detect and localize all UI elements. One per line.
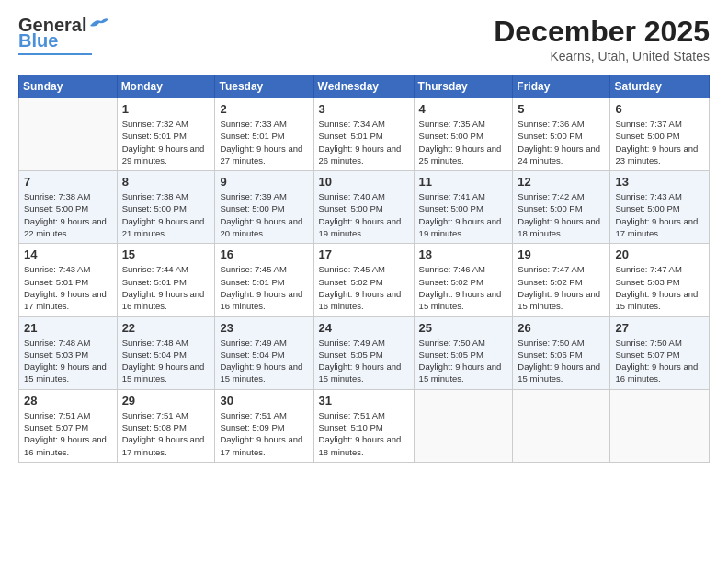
col-header-saturday: Saturday xyxy=(610,75,710,98)
header: General Blue December 2025 Kearns, Utah,… xyxy=(18,15,710,63)
calendar-cell: 2Sunrise: 7:33 AMSunset: 5:01 PMDaylight… xyxy=(215,98,313,171)
day-number: 19 xyxy=(518,247,605,261)
calendar-week-row: 21Sunrise: 7:48 AMSunset: 5:03 PMDayligh… xyxy=(19,316,710,389)
calendar-cell: 30Sunrise: 7:51 AMSunset: 5:09 PMDayligh… xyxy=(215,389,313,462)
sun-info: Sunrise: 7:40 AMSunset: 5:00 PMDaylight:… xyxy=(319,190,409,239)
sun-info: Sunrise: 7:42 AMSunset: 5:00 PMDaylight:… xyxy=(518,190,605,239)
calendar-header-row: SundayMondayTuesdayWednesdayThursdayFrid… xyxy=(19,75,710,98)
month-title: December 2025 xyxy=(494,15,710,49)
calendar-cell: 14Sunrise: 7:43 AMSunset: 5:01 PMDayligh… xyxy=(19,244,118,316)
day-number: 11 xyxy=(419,175,508,189)
calendar-cell: 3Sunrise: 7:34 AMSunset: 5:01 PMDaylight… xyxy=(313,98,414,171)
calendar-week-row: 1Sunrise: 7:32 AMSunset: 5:01 PMDaylight… xyxy=(19,98,710,171)
sun-info: Sunrise: 7:49 AMSunset: 5:05 PMDaylight:… xyxy=(319,337,409,385)
day-number: 14 xyxy=(24,247,112,261)
calendar-cell: 29Sunrise: 7:51 AMSunset: 5:08 PMDayligh… xyxy=(117,389,215,462)
day-number: 17 xyxy=(319,247,409,261)
day-number: 30 xyxy=(220,394,308,408)
logo-underline xyxy=(18,53,92,55)
sun-info: Sunrise: 7:50 AMSunset: 5:05 PMDaylight:… xyxy=(419,337,508,385)
calendar-cell xyxy=(19,98,118,171)
calendar-cell: 11Sunrise: 7:41 AMSunset: 5:00 PMDayligh… xyxy=(414,171,513,244)
day-number: 23 xyxy=(220,321,308,335)
col-header-sunday: Sunday xyxy=(19,75,118,98)
calendar-cell: 15Sunrise: 7:44 AMSunset: 5:01 PMDayligh… xyxy=(117,244,215,316)
day-number: 8 xyxy=(122,175,210,189)
calendar-cell xyxy=(414,389,513,462)
day-number: 27 xyxy=(615,321,704,335)
day-number: 3 xyxy=(319,102,409,116)
calendar-cell: 9Sunrise: 7:39 AMSunset: 5:00 PMDaylight… xyxy=(215,171,313,244)
sun-info: Sunrise: 7:35 AMSunset: 5:00 PMDaylight:… xyxy=(419,118,508,167)
day-number: 25 xyxy=(419,321,508,335)
day-number: 26 xyxy=(518,321,605,335)
sun-info: Sunrise: 7:32 AMSunset: 5:01 PMDaylight:… xyxy=(122,118,210,167)
logo-bird-icon xyxy=(88,17,108,29)
day-number: 31 xyxy=(319,394,409,408)
sun-info: Sunrise: 7:45 AMSunset: 5:01 PMDaylight:… xyxy=(220,263,308,312)
day-number: 10 xyxy=(319,175,409,189)
calendar-cell: 27Sunrise: 7:50 AMSunset: 5:07 PMDayligh… xyxy=(610,316,710,389)
calendar-cell: 24Sunrise: 7:49 AMSunset: 5:05 PMDayligh… xyxy=(313,316,414,389)
sun-info: Sunrise: 7:41 AMSunset: 5:00 PMDaylight:… xyxy=(419,190,508,239)
sun-info: Sunrise: 7:50 AMSunset: 5:06 PMDaylight:… xyxy=(518,337,605,385)
col-header-wednesday: Wednesday xyxy=(313,75,414,98)
calendar-cell: 5Sunrise: 7:36 AMSunset: 5:00 PMDaylight… xyxy=(513,98,610,171)
calendar-week-row: 14Sunrise: 7:43 AMSunset: 5:01 PMDayligh… xyxy=(19,244,710,316)
calendar-cell: 23Sunrise: 7:49 AMSunset: 5:04 PMDayligh… xyxy=(215,316,313,389)
calendar-cell: 31Sunrise: 7:51 AMSunset: 5:10 PMDayligh… xyxy=(313,389,414,462)
day-number: 29 xyxy=(122,394,210,408)
day-number: 28 xyxy=(24,394,112,408)
day-number: 7 xyxy=(24,175,112,189)
location: Kearns, Utah, United States xyxy=(494,49,710,63)
col-header-thursday: Thursday xyxy=(414,75,513,98)
day-number: 5 xyxy=(518,102,605,116)
calendar-cell: 10Sunrise: 7:40 AMSunset: 5:00 PMDayligh… xyxy=(313,171,414,244)
calendar-cell xyxy=(610,389,710,462)
day-number: 18 xyxy=(419,247,508,261)
calendar-cell: 28Sunrise: 7:51 AMSunset: 5:07 PMDayligh… xyxy=(19,389,118,462)
page: General Blue December 2025 Kearns, Utah,… xyxy=(0,0,728,563)
day-number: 1 xyxy=(122,102,210,116)
calendar-cell: 1Sunrise: 7:32 AMSunset: 5:01 PMDaylight… xyxy=(117,98,215,171)
sun-info: Sunrise: 7:49 AMSunset: 5:04 PMDaylight:… xyxy=(220,337,308,385)
sun-info: Sunrise: 7:43 AMSunset: 5:00 PMDaylight:… xyxy=(615,190,704,239)
sun-info: Sunrise: 7:33 AMSunset: 5:01 PMDaylight:… xyxy=(220,118,308,167)
calendar: SundayMondayTuesdayWednesdayThursdayFrid… xyxy=(18,75,710,463)
day-number: 2 xyxy=(220,102,308,116)
calendar-cell: 26Sunrise: 7:50 AMSunset: 5:06 PMDayligh… xyxy=(513,316,610,389)
sun-info: Sunrise: 7:48 AMSunset: 5:03 PMDaylight:… xyxy=(24,337,112,385)
calendar-cell: 13Sunrise: 7:43 AMSunset: 5:00 PMDayligh… xyxy=(610,171,710,244)
calendar-cell: 19Sunrise: 7:47 AMSunset: 5:02 PMDayligh… xyxy=(513,244,610,316)
day-number: 4 xyxy=(419,102,508,116)
sun-info: Sunrise: 7:44 AMSunset: 5:01 PMDaylight:… xyxy=(122,263,210,312)
calendar-cell: 18Sunrise: 7:46 AMSunset: 5:02 PMDayligh… xyxy=(414,244,513,316)
calendar-cell: 12Sunrise: 7:42 AMSunset: 5:00 PMDayligh… xyxy=(513,171,610,244)
logo: General Blue xyxy=(18,15,108,55)
sun-info: Sunrise: 7:38 AMSunset: 5:00 PMDaylight:… xyxy=(24,190,112,239)
sun-info: Sunrise: 7:50 AMSunset: 5:07 PMDaylight:… xyxy=(615,337,704,385)
day-number: 6 xyxy=(615,102,704,116)
col-header-monday: Monday xyxy=(117,75,215,98)
calendar-cell: 17Sunrise: 7:45 AMSunset: 5:02 PMDayligh… xyxy=(313,244,414,316)
calendar-week-row: 28Sunrise: 7:51 AMSunset: 5:07 PMDayligh… xyxy=(19,389,710,462)
day-number: 16 xyxy=(220,247,308,261)
sun-info: Sunrise: 7:39 AMSunset: 5:00 PMDaylight:… xyxy=(220,190,308,239)
calendar-cell xyxy=(513,389,610,462)
sun-info: Sunrise: 7:48 AMSunset: 5:04 PMDaylight:… xyxy=(122,337,210,385)
calendar-cell: 20Sunrise: 7:47 AMSunset: 5:03 PMDayligh… xyxy=(610,244,710,316)
day-number: 21 xyxy=(24,321,112,335)
calendar-cell: 4Sunrise: 7:35 AMSunset: 5:00 PMDaylight… xyxy=(414,98,513,171)
day-number: 22 xyxy=(122,321,210,335)
sun-info: Sunrise: 7:43 AMSunset: 5:01 PMDaylight:… xyxy=(24,263,112,312)
day-number: 9 xyxy=(220,175,308,189)
sun-info: Sunrise: 7:36 AMSunset: 5:00 PMDaylight:… xyxy=(518,118,605,167)
title-block: December 2025 Kearns, Utah, United State… xyxy=(494,15,710,63)
sun-info: Sunrise: 7:51 AMSunset: 5:09 PMDaylight:… xyxy=(220,409,308,458)
calendar-cell: 16Sunrise: 7:45 AMSunset: 5:01 PMDayligh… xyxy=(215,244,313,316)
calendar-cell: 8Sunrise: 7:38 AMSunset: 5:00 PMDaylight… xyxy=(117,171,215,244)
sun-info: Sunrise: 7:51 AMSunset: 5:07 PMDaylight:… xyxy=(24,409,112,458)
calendar-cell: 25Sunrise: 7:50 AMSunset: 5:05 PMDayligh… xyxy=(414,316,513,389)
day-number: 15 xyxy=(122,247,210,261)
logo-blue: Blue xyxy=(18,30,58,52)
